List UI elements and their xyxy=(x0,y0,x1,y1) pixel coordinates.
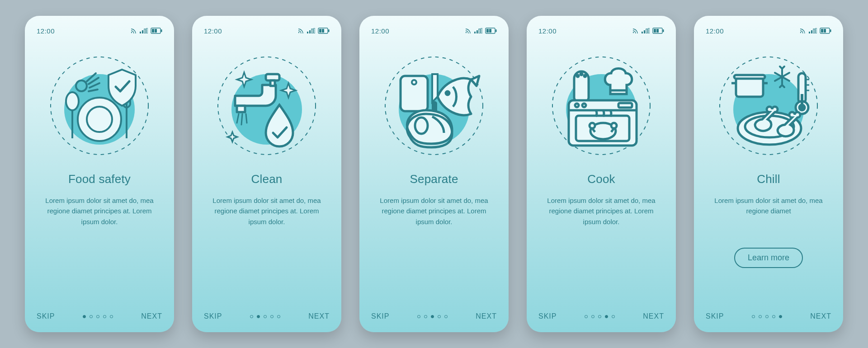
svg-rect-27 xyxy=(322,29,324,33)
svg-rect-90 xyxy=(734,75,765,79)
page-dot[interactable] xyxy=(417,315,420,318)
next-button[interactable]: NEXT xyxy=(141,312,162,320)
svg-point-52 xyxy=(633,32,634,33)
page-dot[interactable] xyxy=(765,315,769,318)
status-bar: 12:00 xyxy=(37,26,162,36)
screen-title: Clean xyxy=(204,172,330,186)
page-dot[interactable] xyxy=(424,315,427,318)
skip-button[interactable]: SKIP xyxy=(37,312,55,320)
page-dot[interactable] xyxy=(96,315,99,318)
page-indicator xyxy=(83,315,113,318)
next-button[interactable]: NEXT xyxy=(643,312,664,320)
svg-point-36 xyxy=(466,32,467,33)
page-dot[interactable] xyxy=(103,315,106,318)
page-dot-active[interactable] xyxy=(257,315,260,318)
page-dot[interactable] xyxy=(264,315,267,318)
svg-rect-44 xyxy=(489,29,491,33)
svg-point-63 xyxy=(577,75,579,77)
svg-rect-40 xyxy=(481,28,482,33)
svg-point-11 xyxy=(78,98,121,141)
page-dot[interactable] xyxy=(591,315,594,318)
cook-icon xyxy=(538,45,664,167)
next-button[interactable]: NEXT xyxy=(476,312,497,320)
svg-rect-85 xyxy=(821,29,823,33)
page-dot-active[interactable] xyxy=(431,315,434,318)
svg-rect-2 xyxy=(142,30,143,33)
next-button[interactable]: NEXT xyxy=(308,312,330,320)
svg-rect-53 xyxy=(642,32,643,33)
nav-row: SKIPNEXT xyxy=(204,312,330,320)
svg-rect-38 xyxy=(476,30,478,33)
food-safety-icon xyxy=(37,45,162,167)
page-dot-active[interactable] xyxy=(779,315,782,318)
svg-rect-84 xyxy=(830,29,831,32)
status-time: 12:00 xyxy=(37,27,55,35)
page-dot-active[interactable] xyxy=(83,315,86,318)
network-icon xyxy=(800,28,806,33)
svg-rect-79 xyxy=(809,32,810,33)
page-dot[interactable] xyxy=(444,315,448,318)
network-icon xyxy=(465,28,472,33)
svg-rect-4 xyxy=(146,28,148,33)
page-indicator xyxy=(752,315,782,318)
chill-icon xyxy=(706,45,831,167)
battery-icon xyxy=(652,28,664,34)
skip-button[interactable]: SKIP xyxy=(204,312,222,320)
svg-point-75 xyxy=(611,123,617,128)
svg-point-98 xyxy=(799,105,805,110)
svg-line-34 xyxy=(241,114,242,125)
svg-rect-20 xyxy=(307,32,308,33)
page-dot[interactable] xyxy=(270,315,274,318)
page-dot[interactable] xyxy=(772,315,775,318)
next-button[interactable]: NEXT xyxy=(810,312,831,320)
page-dot[interactable] xyxy=(438,315,441,318)
status-time: 12:00 xyxy=(538,27,557,35)
page-dot[interactable] xyxy=(759,315,762,318)
page-dot[interactable] xyxy=(598,315,601,318)
page-dot[interactable] xyxy=(110,315,113,318)
page-indicator xyxy=(417,315,448,318)
nav-row: SKIPNEXT xyxy=(37,312,162,320)
page-dot-active[interactable] xyxy=(605,315,608,318)
svg-point-64 xyxy=(580,73,582,75)
svg-rect-25 xyxy=(328,29,330,32)
svg-rect-23 xyxy=(314,28,315,33)
nav-row: SKIPNEXT xyxy=(706,312,831,320)
skip-button[interactable]: SKIP xyxy=(371,312,389,320)
learn-more-button[interactable]: Learn more xyxy=(734,248,803,268)
status-bar: 12:00 xyxy=(538,26,664,36)
skip-button[interactable]: SKIP xyxy=(706,312,724,320)
onboarding-screen-chill: 12:00 xyxy=(694,16,843,332)
network-icon xyxy=(131,28,137,33)
signal-icon xyxy=(642,28,650,33)
battery-icon xyxy=(151,28,162,34)
status-icons xyxy=(465,28,497,34)
svg-rect-7 xyxy=(152,29,154,33)
status-icons xyxy=(298,28,330,34)
screen-body: Lorem ipsum dolor sit amet do, mea regio… xyxy=(371,195,497,239)
page-dot[interactable] xyxy=(612,315,615,318)
svg-point-65 xyxy=(584,75,586,77)
svg-point-19 xyxy=(298,32,299,33)
svg-rect-55 xyxy=(646,29,647,33)
screen-body: Lorem ipsum dolor sit amet do, mea regio… xyxy=(538,195,664,239)
screen-body: Lorem ipsum dolor sit amet do, mea regio… xyxy=(37,195,162,239)
svg-rect-42 xyxy=(495,29,497,32)
status-icons xyxy=(632,28,664,34)
status-time: 12:00 xyxy=(371,27,389,35)
page-dot[interactable] xyxy=(90,315,93,318)
page-dot[interactable] xyxy=(585,315,588,318)
page-dot[interactable] xyxy=(277,315,280,318)
battery-icon xyxy=(318,28,330,34)
page-dot[interactable] xyxy=(250,315,253,318)
screen-body: Lorem ipsum dolor sit amet do, mea regio… xyxy=(204,195,330,239)
skip-button[interactable]: SKIP xyxy=(538,312,557,320)
svg-point-74 xyxy=(590,123,595,128)
svg-rect-8 xyxy=(155,29,157,33)
svg-rect-37 xyxy=(474,32,476,33)
screen-title: Food safety xyxy=(37,172,162,186)
page-dot[interactable] xyxy=(752,315,755,318)
status-icons xyxy=(131,28,162,34)
network-icon xyxy=(298,28,304,33)
svg-rect-89 xyxy=(736,78,763,97)
